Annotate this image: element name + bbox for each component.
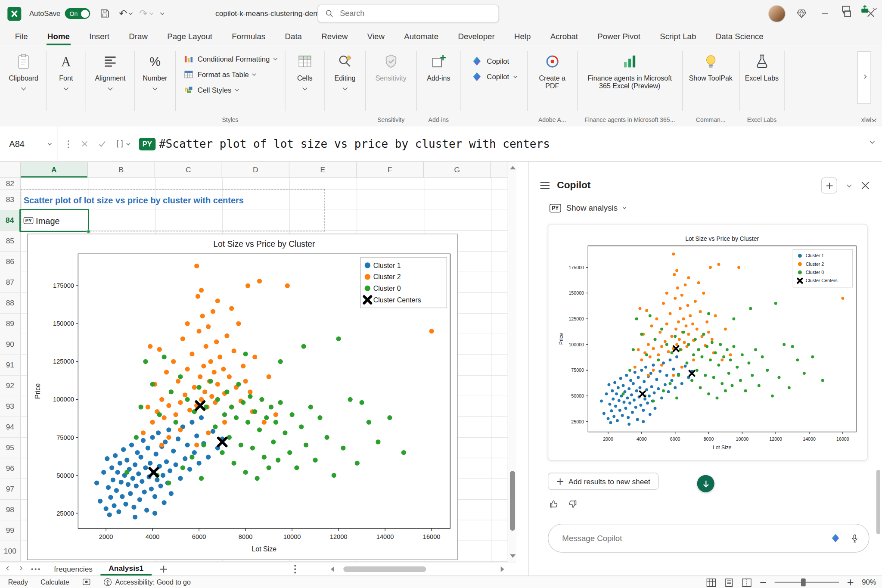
avatar[interactable]: [768, 5, 786, 22]
collapse-pane-icon[interactable]: [847, 182, 851, 187]
menu-tab-review[interactable]: Review: [320, 31, 349, 45]
sheet-vertical-scrollbar[interactable]: [508, 162, 516, 562]
column-header-g[interactable]: G: [424, 162, 491, 177]
share-icon[interactable]: [860, 4, 876, 15]
sheet-horizontal-scrollbar[interactable]: [331, 565, 504, 574]
scroll-up-icon[interactable]: [510, 166, 516, 169]
excel-labs-button[interactable]: Excel Labs: [743, 45, 781, 126]
add-sheet-icon[interactable]: [160, 565, 168, 573]
menu-tab-acrobat[interactable]: Acrobat: [549, 31, 579, 45]
python-editor-icon[interactable]: [115, 139, 130, 149]
close-pane-icon[interactable]: [861, 181, 870, 190]
page-layout-view-icon[interactable]: [724, 578, 734, 587]
enter-check-icon[interactable]: [97, 139, 107, 149]
cell-a83-text[interactable]: Scatter plot of lot size vs price by clu…: [24, 190, 244, 210]
more-addins-expander[interactable]: [857, 51, 871, 104]
selected-cell-a84[interactable]: PY Image: [19, 209, 89, 232]
search-box[interactable]: [317, 5, 499, 22]
editing-button[interactable]: Editing: [328, 45, 361, 126]
redo-button[interactable]: ↷: [139, 9, 152, 19]
premium-gem-icon[interactable]: [796, 8, 807, 19]
alignment-button[interactable]: Alignment: [90, 45, 131, 126]
format-as-table-button[interactable]: Format as Table: [184, 67, 277, 82]
row-header-98[interactable]: 98: [0, 500, 21, 520]
search-input[interactable]: [339, 9, 482, 19]
menu-tab-automate[interactable]: Automate: [403, 31, 440, 45]
zoom-slider[interactable]: [775, 582, 839, 583]
number-button[interactable]: % Number: [138, 45, 171, 126]
add-results-button[interactable]: Add results to new sheet: [548, 473, 659, 490]
row-header-91[interactable]: 91: [0, 355, 21, 375]
normal-view-icon[interactable]: [706, 578, 716, 587]
column-header-c[interactable]: C: [155, 162, 222, 177]
undo-button[interactable]: ↶: [119, 9, 132, 19]
status-calculate[interactable]: Calculate: [40, 578, 69, 586]
expand-formula-bar-icon[interactable]: [870, 139, 875, 143]
minimize-button[interactable]: [813, 0, 836, 27]
menu-tab-power-pivot[interactable]: Power Pivot: [596, 31, 642, 45]
sheet-nav-left-icon[interactable]: [6, 566, 10, 570]
clipboard-button[interactable]: Clipboard: [5, 45, 43, 126]
column-header-a[interactable]: A: [21, 162, 88, 177]
scroll-to-bottom-button[interactable]: [697, 475, 714, 492]
thumbs-up-icon[interactable]: [548, 498, 559, 509]
zoom-in-icon[interactable]: [847, 579, 854, 586]
menu-tab-formulas[interactable]: Formulas: [231, 31, 267, 45]
row-header-87[interactable]: 87: [0, 272, 21, 292]
sheet-tab-analysis1[interactable]: Analysis1: [101, 562, 152, 576]
fill-handle[interactable]: [87, 230, 90, 233]
tabbar-options-icon[interactable]: [294, 564, 296, 573]
row-header-84[interactable]: 84: [0, 210, 21, 230]
page-break-view-icon[interactable]: [742, 578, 752, 587]
row-header-86[interactable]: 86: [0, 252, 21, 272]
select-all-corner[interactable]: [0, 162, 21, 177]
formula-text[interactable]: #Scatter plot of lot size vs price by cl…: [159, 137, 550, 151]
column-header-d[interactable]: D: [222, 162, 289, 177]
menu-tab-view[interactable]: View: [366, 31, 385, 45]
scroll-down-icon[interactable]: [510, 554, 516, 558]
microphone-icon[interactable]: [850, 533, 860, 543]
menu-tab-home[interactable]: Home: [46, 31, 71, 45]
row-header-92[interactable]: 92: [0, 376, 21, 396]
cells-button[interactable]: Cells: [289, 45, 321, 126]
menu-tab-data-science[interactable]: Data Science: [714, 31, 764, 45]
column-header-b[interactable]: B: [88, 162, 155, 177]
sensitivity-button[interactable]: Sensitivity: [369, 45, 413, 126]
menu-tab-file[interactable]: File: [14, 31, 29, 45]
menu-tab-script-lab[interactable]: Script Lab: [659, 31, 697, 45]
copilot-message-box[interactable]: [548, 524, 870, 553]
row-header-94[interactable]: 94: [0, 417, 21, 437]
accessibility-status[interactable]: Accessibility: Good to go: [103, 578, 191, 586]
row-header-96[interactable]: 96: [0, 458, 21, 479]
copilot-dropdown-button[interactable]: Copilot: [471, 71, 516, 82]
new-chat-button[interactable]: [821, 177, 837, 193]
message-copilot-input[interactable]: [561, 533, 830, 543]
more-sheets-icon[interactable]: [31, 568, 40, 570]
name-box[interactable]: A84: [0, 126, 57, 162]
column-header-e[interactable]: E: [289, 162, 357, 177]
zoom-level[interactable]: 90%: [862, 579, 876, 587]
font-button[interactable]: A Font: [50, 45, 82, 126]
more-commands-icon[interactable]: [161, 13, 164, 14]
finance-agents-button[interactable]: Finance agents in Microsoft 365 Excel (P…: [581, 45, 679, 126]
autosave-toggle[interactable]: On: [65, 8, 90, 19]
row-header-99[interactable]: 99: [0, 520, 21, 541]
menu-tab-data[interactable]: Data: [284, 31, 303, 45]
row-header-85[interactable]: 85: [0, 231, 21, 251]
row-header-89[interactable]: 89: [0, 314, 21, 334]
vertical-scroll-thumb[interactable]: [510, 471, 515, 531]
addins-button[interactable]: Add-ins: [420, 45, 457, 126]
hamburger-menu-icon[interactable]: [540, 181, 550, 190]
scroll-right-icon[interactable]: [501, 566, 504, 572]
copilot-button[interactable]: Copilot: [471, 56, 516, 66]
copilot-spark-icon[interactable]: [830, 533, 841, 543]
sheet-nav-right-icon[interactable]: [19, 566, 22, 570]
row-header-88[interactable]: 88: [0, 293, 21, 313]
show-analysis-toggle[interactable]: PY Show analysis: [550, 203, 626, 212]
scroll-left-icon[interactable]: [331, 566, 334, 572]
row-header-90[interactable]: 90: [0, 334, 21, 355]
cancel-icon[interactable]: [80, 139, 90, 149]
excel-logo-icon[interactable]: [7, 6, 22, 21]
embedded-chart-image[interactable]: Lot Size vs Price by Cluster200040006000…: [27, 234, 458, 560]
copilot-scrollbar-thumb[interactable]: [876, 470, 880, 534]
